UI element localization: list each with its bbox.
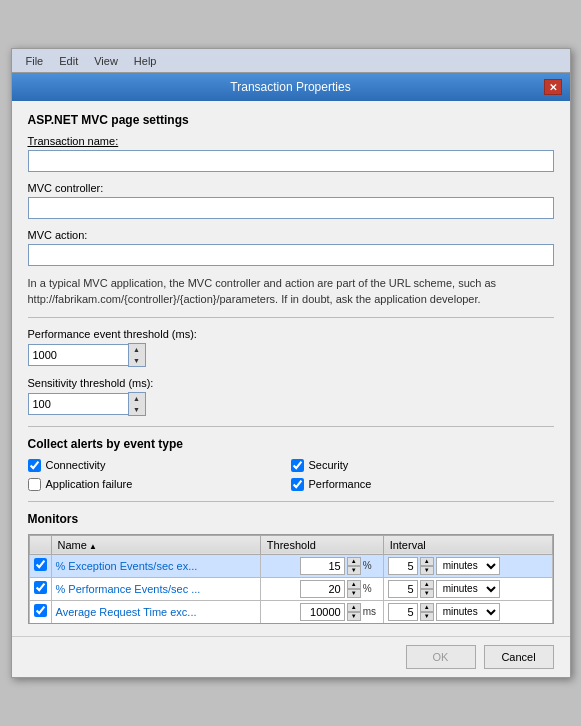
th-interval[interactable]: Interval <box>383 535 552 554</box>
row-1-interval-input[interactable] <box>388 580 418 598</box>
row-2-threshold-input[interactable] <box>300 603 345 621</box>
mvc-action-group: MVC action: <box>28 229 554 266</box>
checkbox-security-label: Security <box>309 459 349 471</box>
performance-threshold-down[interactable]: ▼ <box>129 355 145 366</box>
checkbox-connectivity: Connectivity <box>28 459 291 472</box>
topbar-file[interactable]: File <box>20 53 50 69</box>
monitors-title: Monitors <box>28 512 554 526</box>
row-0-interval-select[interactable]: minuteshoursseconds <box>436 557 500 575</box>
mvc-controller-input[interactable] <box>28 197 554 219</box>
performance-threshold-spinner-buttons: ▲ ▼ <box>128 343 146 367</box>
row-2-interval-cell: ▲▼minuteshoursseconds <box>383 600 552 623</box>
top-bar: File Edit View Help <box>12 49 570 73</box>
checkbox-performance-label: Performance <box>309 478 372 490</box>
monitors-section: Monitors Name Threshold Interval % Excep… <box>28 512 554 624</box>
row-2-checkbox[interactable] <box>34 604 47 617</box>
checkbox-performance: Performance <box>291 478 554 491</box>
checkbox-security-input[interactable] <box>291 459 304 472</box>
transaction-properties-dialog: File Edit View Help Transaction Properti… <box>11 48 571 678</box>
performance-threshold-spinner: ▲ ▼ <box>28 343 554 367</box>
performance-threshold-group: Performance event threshold (ms): ▲ ▼ <box>28 328 554 367</box>
row-0-name: % Exception Events/sec ex... <box>51 554 260 577</box>
row-0-interval-up[interactable]: ▲ <box>420 557 434 566</box>
topbar-edit[interactable]: Edit <box>53 53 84 69</box>
row-1-checkbox-cell <box>29 577 51 600</box>
ok-button[interactable]: OK <box>406 645 476 669</box>
row-0-threshold-input[interactable] <box>300 557 345 575</box>
divider-1 <box>28 317 554 318</box>
topbar-view[interactable]: View <box>88 53 124 69</box>
cancel-button[interactable]: Cancel <box>484 645 554 669</box>
transaction-name-group: Transaction name: <box>28 135 554 172</box>
sensitivity-threshold-spinner: ▲ ▼ <box>28 392 554 416</box>
transaction-name-input[interactable] <box>28 150 554 172</box>
row-2-interval-down[interactable]: ▼ <box>420 612 434 621</box>
sensitivity-threshold-spinner-buttons: ▲ ▼ <box>128 392 146 416</box>
performance-threshold-up[interactable]: ▲ <box>129 344 145 355</box>
th-name[interactable]: Name <box>51 535 260 554</box>
table-row[interactable]: % Exception Events/sec ex...▲▼%▲▼minutes… <box>29 554 552 577</box>
collect-alerts-title: Collect alerts by event type <box>28 437 554 451</box>
row-1-threshold-up[interactable]: ▲ <box>347 580 361 589</box>
sensitivity-threshold-down[interactable]: ▼ <box>129 404 145 415</box>
th-threshold[interactable]: Threshold <box>260 535 383 554</box>
checkbox-appfailure-label: Application failure <box>46 478 133 490</box>
row-0-threshold-cell: ▲▼% <box>260 554 383 577</box>
performance-threshold-input[interactable] <box>28 344 128 366</box>
row-1-threshold-down[interactable]: ▼ <box>347 589 361 598</box>
mvc-controller-group: MVC controller: <box>28 182 554 219</box>
topbar-help[interactable]: Help <box>128 53 163 69</box>
close-button[interactable]: ✕ <box>544 79 562 95</box>
dialog-body: ASP.NET MVC page settings Transaction na… <box>12 101 570 636</box>
checkbox-connectivity-label: Connectivity <box>46 459 106 471</box>
row-2-interval-up[interactable]: ▲ <box>420 603 434 612</box>
sensitivity-threshold-input[interactable] <box>28 393 128 415</box>
checkbox-performance-input[interactable] <box>291 478 304 491</box>
mvc-controller-label: MVC controller: <box>28 182 554 194</box>
divider-3 <box>28 501 554 502</box>
title-bar: Transaction Properties ✕ <box>12 73 570 101</box>
row-0-interval-cell: ▲▼minuteshoursseconds <box>383 554 552 577</box>
row-0-interval-down[interactable]: ▼ <box>420 566 434 575</box>
monitors-table-wrapper[interactable]: Name Threshold Interval % Exception Even… <box>28 534 554 624</box>
sensitivity-threshold-label: Sensitivity threshold (ms): <box>28 377 554 389</box>
th-checkbox <box>29 535 51 554</box>
row-2-interval-select[interactable]: minuteshoursseconds <box>436 603 500 621</box>
row-2-threshold-up[interactable]: ▲ <box>347 603 361 612</box>
row-0-checkbox[interactable] <box>34 558 47 571</box>
row-1-interval-up[interactable]: ▲ <box>420 580 434 589</box>
table-row[interactable]: Average Request Time exc...▲▼ms▲▼minutes… <box>29 600 552 623</box>
checkbox-security: Security <box>291 459 554 472</box>
row-0-threshold-up[interactable]: ▲ <box>347 557 361 566</box>
sensitivity-threshold-up[interactable]: ▲ <box>129 393 145 404</box>
dialog-footer: OK Cancel <box>12 636 570 677</box>
row-1-name: % Performance Events/sec ... <box>51 577 260 600</box>
row-2-threshold-cell: ▲▼ms <box>260 600 383 623</box>
divider-2 <box>28 426 554 427</box>
row-0-threshold-unit: % <box>363 560 379 571</box>
checkbox-connectivity-input[interactable] <box>28 459 41 472</box>
aspnet-section-title: ASP.NET MVC page settings <box>28 113 554 127</box>
table-row[interactable]: % Performance Events/sec ...▲▼%▲▼minutes… <box>29 577 552 600</box>
sensitivity-threshold-group: Sensitivity threshold (ms): ▲ ▼ <box>28 377 554 416</box>
row-1-interval-down[interactable]: ▼ <box>420 589 434 598</box>
row-2-threshold-unit: ms <box>363 606 379 617</box>
row-0-interval-input[interactable] <box>388 557 418 575</box>
row-2-checkbox-cell <box>29 600 51 623</box>
row-0-threshold-down[interactable]: ▼ <box>347 566 361 575</box>
monitors-table: Name Threshold Interval % Exception Even… <box>29 535 553 624</box>
transaction-name-label: Transaction name: <box>28 135 554 147</box>
row-1-interval-select[interactable]: minuteshoursseconds <box>436 580 500 598</box>
row-0-checkbox-cell <box>29 554 51 577</box>
row-1-threshold-input[interactable] <box>300 580 345 598</box>
info-text: In a typical MVC application, the MVC co… <box>28 276 554 307</box>
mvc-action-label: MVC action: <box>28 229 554 241</box>
checkbox-appfailure-input[interactable] <box>28 478 41 491</box>
dialog-title: Transaction Properties <box>38 80 544 94</box>
checkbox-appfailure: Application failure <box>28 478 291 491</box>
row-1-threshold-cell: ▲▼% <box>260 577 383 600</box>
row-2-interval-input[interactable] <box>388 603 418 621</box>
row-1-checkbox[interactable] <box>34 581 47 594</box>
row-2-threshold-down[interactable]: ▼ <box>347 612 361 621</box>
mvc-action-input[interactable] <box>28 244 554 266</box>
